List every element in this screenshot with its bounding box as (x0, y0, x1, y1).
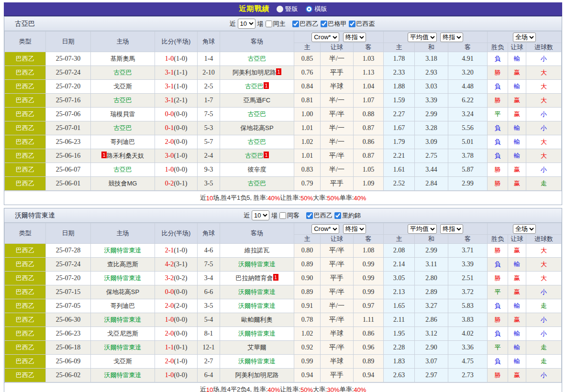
league-cell: 巴西乙 (5, 94, 46, 108)
col-home: 主场 (91, 223, 155, 244)
section-header-away: 沃爾特雷東達 近 10 場 同客 巴西乙 里約錦 (4, 208, 562, 223)
euro-odds-cell: 3.83 (448, 313, 488, 327)
radio-unselected-icon[interactable] (277, 6, 283, 12)
result-cell: 平 (488, 108, 508, 121)
euro-odds-cell: 2.11 (384, 313, 415, 327)
euro-odds-cell: 2.99 (415, 244, 448, 258)
games-count-select[interactable]: 10 (252, 210, 269, 220)
same-venue-checkbox[interactable] (266, 21, 272, 27)
odds-company-select[interactable]: Crow* (311, 224, 339, 234)
halftime-score: (3-1) (174, 261, 187, 268)
match-row: 巴西乙25-07-24古亞巴3-1(1-1)2-10阿美利加明尼路10.76平手… (5, 66, 562, 80)
euro-odds-cell: 2.99 (448, 177, 488, 191)
result-cell: 小 (526, 163, 562, 177)
asian-odds-cell: 0.99 (354, 285, 384, 299)
result-cell: 赢 (508, 108, 526, 121)
home-team-cell: 沃爾特雷東達 (91, 272, 155, 285)
result-cell: 負 (488, 327, 508, 341)
date-cell: 25-07-24 (46, 258, 91, 272)
fulltime-score: 3-0 (165, 152, 174, 159)
scope-select[interactable]: 全场 (513, 33, 536, 42)
match-row: 巴西乙25-07-15保地花高SP0-0(0-0)6-6沃爾特雷東達0.89平/… (5, 285, 562, 299)
team-name-text: 沃爾特雷東達 (238, 288, 276, 295)
result-cell: 赢 (508, 244, 526, 258)
euro-odds-cell: 3.27 (415, 299, 448, 313)
odds-stage-select[interactable]: 终指 (343, 224, 366, 234)
odds-stage-select[interactable]: 终指 (343, 33, 366, 42)
summary-segment: 10 (206, 195, 213, 202)
euro-stage-select[interactable]: 终指 (440, 224, 463, 234)
games-count-select[interactable]: 10 (238, 19, 255, 29)
radio-horizontal-layout[interactable]: 橫版 (306, 5, 327, 13)
same-venue-checkbox[interactable] (279, 212, 286, 219)
match-row: 巴西乙25-06-161路禾利桑天奴3-0(1-0)2-4古亞巴11.01平/半… (5, 149, 562, 163)
asian-odds-cell: 0.89 (294, 285, 321, 299)
euro-odds-cell: 2.27 (384, 108, 415, 121)
league-checkbox[interactable] (349, 21, 355, 27)
euro-odds-cell: 1.83 (384, 355, 415, 369)
radio-vertical-layout[interactable]: 豎版 (277, 5, 298, 13)
layout-radio-group: 豎版 橫版 (277, 5, 327, 13)
league-label: 巴西乙 (300, 20, 319, 28)
col-eu-draw: 和 (415, 235, 448, 244)
euro-odds-cell: 5.87 (448, 163, 488, 177)
near-label: 近 (244, 211, 250, 220)
halftime-score: (0-0) (174, 288, 187, 295)
col-ah-home: 主 (294, 235, 321, 244)
result-cell: 大 (526, 135, 562, 149)
team-name-text: 巴拉納體育會 (236, 274, 273, 282)
team-name-text: 沃爾特雷東達 (238, 302, 276, 309)
league-checkbox[interactable] (334, 212, 341, 219)
team-name-away: 沃爾特雷東達 (15, 211, 55, 220)
team-name-text: 古亞巴 (245, 83, 264, 90)
result-cell: 輸 (508, 299, 526, 313)
col-res-ah: 让球 (508, 43, 526, 52)
euro-odds-cell: 3.36 (448, 341, 488, 355)
team-name-text: 戈亞斯 (113, 83, 132, 90)
euro-stage-select[interactable]: 终指 (440, 33, 463, 42)
result-cell: 赢 (508, 369, 526, 382)
euro-odds-cell: 2.89 (415, 285, 448, 299)
filter-bar-home: 近 10 場 同主 巴西乙 巴格甲 巴西盃 (230, 19, 375, 29)
team-name-text: 阿美利加明尼路 (235, 371, 279, 379)
halftime-score: (1-0) (174, 55, 187, 62)
result-cell: 平 (488, 341, 508, 355)
euro-odds-cell: 2.93 (415, 66, 448, 80)
corner-cell: 5-3 (198, 121, 220, 135)
league-checkbox[interactable] (292, 21, 299, 27)
summary-segment: 40% (267, 195, 280, 202)
euro-odds-cell: 2.21 (384, 149, 415, 163)
euro-odds-cell: 4.02 (448, 327, 488, 341)
date-cell: 25-07-20 (46, 80, 91, 94)
asian-odds-cell: 0.79 (294, 177, 321, 191)
result-cell: 負 (488, 149, 508, 163)
same-venue-label: 同主 (273, 20, 286, 28)
league-checkbox[interactable] (306, 212, 313, 219)
asian-odds-cell: 半/一 (321, 163, 354, 177)
fulltime-score: 3-1 (165, 83, 174, 90)
near-label: 近 (230, 20, 236, 28)
col-eu-away: 客 (448, 43, 488, 52)
date-cell: 25-07-24 (46, 66, 91, 80)
odds-company-select[interactable]: Crow* (311, 33, 339, 42)
corner-cell: 12-1 (198, 341, 220, 355)
euro-company-select[interactable]: 平均值 (408, 224, 437, 234)
euro-odds-cell: 3.78 (448, 149, 488, 163)
match-row: 巴西乙25-07-30基斯奧馬1-0(1-0)1-4古亞巴0.85半/一1.03… (5, 52, 562, 66)
section-away-team: 沃爾特雷東達 近 10 場 同客 巴西乙 里約錦 (4, 208, 562, 392)
summary-segment: 近 (200, 385, 206, 392)
euro-company-select[interactable]: 平均值 (408, 33, 437, 42)
team-name-text: 古亞巴 (113, 97, 132, 104)
col-ah-home: 主 (294, 43, 321, 52)
fulltime-score: 1-0 (165, 166, 174, 173)
same-venue-label: 同客 (287, 211, 300, 220)
scope-select[interactable]: 全场 (513, 224, 536, 234)
asian-odds-cell: 平/半 (321, 108, 354, 121)
league-cell: 巴西乙 (5, 135, 46, 149)
asian-odds-selects: Crow* 终指 (294, 223, 384, 235)
col-away: 客场 (220, 32, 294, 52)
radio-selected-icon[interactable] (306, 6, 312, 12)
summary-segment: 50% (300, 195, 313, 202)
league-checkbox[interactable] (321, 21, 327, 27)
result-cell: 勝 (488, 313, 508, 327)
